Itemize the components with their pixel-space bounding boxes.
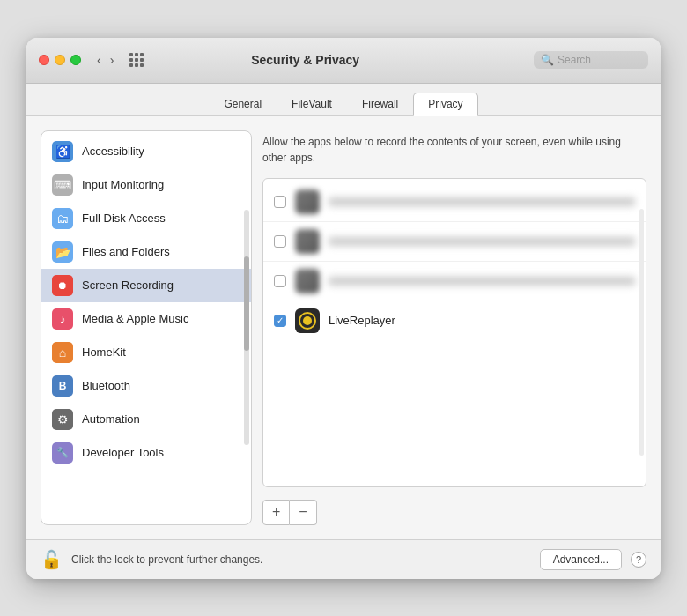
live-replayer-inner [303, 316, 312, 325]
app-name [329, 197, 635, 206]
panel-description: Allow the apps below to record the conte… [262, 130, 646, 169]
help-button[interactable]: ? [631, 552, 646, 568]
sidebar-item-label: Screen Recording [82, 278, 174, 292]
advanced-button[interactable]: Advanced... [540, 549, 622, 570]
live-replayer-app-icon [295, 308, 320, 333]
action-bar: + − [262, 496, 646, 524]
sidebar-item-media-apple-music[interactable]: ♪ Media & Apple Music [41, 302, 251, 336]
add-app-button[interactable]: + [262, 500, 290, 524]
apps-list-container: ✓ LiveReplayer [262, 178, 646, 488]
sidebar-item-label: Media & Apple Music [82, 312, 188, 325]
sidebar-scrollbar-track [244, 210, 249, 446]
main-content: ♿ Accessibility ⌨ Input Monitoring 🗂 Ful… [26, 116, 661, 539]
search-icon: 🔍 [541, 54, 554, 66]
sidebar-item-label: Bluetooth [82, 379, 130, 392]
bluetooth-icon: B [52, 375, 73, 397]
sidebar-item-developer-tools[interactable]: 🔧 Developer Tools [41, 436, 251, 470]
sidebar-item-full-disk-access[interactable]: 🗂 Full Disk Access [41, 202, 251, 235]
apps-list: ✓ LiveReplayer [263, 179, 646, 344]
app-icon [295, 229, 320, 254]
tab-filevault[interactable]: FileVault [277, 93, 347, 115]
table-row [263, 222, 646, 262]
app-name-live-replayer: LiveReplayer [329, 314, 395, 327]
titlebar: ‹ › Security & Privacy 🔍 [26, 38, 661, 84]
input-monitoring-icon: ⌨ [52, 174, 73, 196]
right-panel: Allow the apps below to record the conte… [262, 130, 646, 525]
traffic-lights [39, 55, 81, 65]
close-button[interactable] [39, 55, 49, 65]
sidebar-item-label: Full Disk Access [82, 212, 166, 225]
sidebar-list: ♿ Accessibility ⌨ Input Monitoring 🗂 Ful… [41, 131, 251, 473]
live-replayer-ring [299, 312, 316, 330]
developer-tools-icon: 🔧 [52, 442, 73, 464]
accessibility-icon: ♿ [52, 141, 73, 162]
minimize-button[interactable] [55, 55, 65, 65]
app-icon [295, 189, 320, 214]
sidebar-item-homekit[interactable]: ⌂ HomeKit [41, 336, 251, 369]
sidebar-item-label: Input Monitoring [82, 178, 164, 191]
maximize-button[interactable] [70, 55, 81, 65]
window-title: Security & Privacy [85, 53, 525, 67]
search-input[interactable] [558, 54, 641, 66]
app-checkbox-live-replayer[interactable]: ✓ [274, 315, 286, 327]
sidebar-item-bluetooth[interactable]: B Bluetooth [41, 369, 251, 403]
media-music-icon: ♪ [52, 308, 73, 330]
table-row [263, 182, 646, 222]
apps-scrollbar[interactable] [639, 209, 644, 456]
app-icon [295, 269, 320, 293]
app-name [329, 277, 635, 286]
sidebar: ♿ Accessibility ⌨ Input Monitoring 🗂 Ful… [41, 130, 252, 525]
sidebar-item-files-and-folders[interactable]: 📂 Files and Folders [41, 235, 251, 269]
sidebar-item-label: Accessibility [82, 145, 144, 158]
search-box[interactable]: 🔍 [534, 51, 648, 69]
sidebar-scrollbar-thumb[interactable] [244, 256, 249, 351]
homekit-icon: ⌂ [52, 342, 73, 363]
remove-app-button[interactable]: − [290, 500, 316, 524]
bottom-bar: 🔓 Click the lock to prevent further chan… [26, 539, 661, 579]
files-folders-icon: 📂 [52, 241, 73, 263]
screen-recording-icon: ⏺ [52, 275, 73, 296]
automation-icon: ⚙ [52, 409, 73, 430]
table-row [263, 262, 646, 301]
sidebar-item-input-monitoring[interactable]: ⌨ Input Monitoring [41, 168, 251, 202]
lock-icon[interactable]: 🔓 [41, 549, 63, 570]
tabs-bar: General FileVault Firewall Privacy [26, 84, 661, 116]
sidebar-item-accessibility[interactable]: ♿ Accessibility [41, 135, 251, 168]
sidebar-item-automation[interactable]: ⚙ Automation [41, 403, 251, 436]
sidebar-item-label: Files and Folders [82, 245, 170, 258]
lock-text: Click the lock to prevent further change… [71, 553, 531, 566]
tab-firewall[interactable]: Firewall [347, 93, 413, 115]
sidebar-item-screen-recording[interactable]: ⏺ Screen Recording [41, 269, 251, 302]
tab-general[interactable]: General [209, 93, 277, 115]
sidebar-item-label: HomeKit [82, 345, 126, 359]
full-disk-icon: 🗂 [52, 208, 73, 229]
app-checkbox[interactable] [274, 196, 286, 208]
app-checkbox[interactable] [274, 235, 286, 248]
sidebar-item-label: Developer Tools [82, 446, 164, 459]
tab-privacy[interactable]: Privacy [413, 93, 477, 116]
app-name [329, 237, 635, 246]
sidebar-item-label: Automation [82, 412, 140, 426]
app-checkbox[interactable] [274, 275, 286, 287]
table-row: ✓ LiveReplayer [263, 301, 646, 340]
window: ‹ › Security & Privacy 🔍 General FileVau… [26, 38, 661, 579]
